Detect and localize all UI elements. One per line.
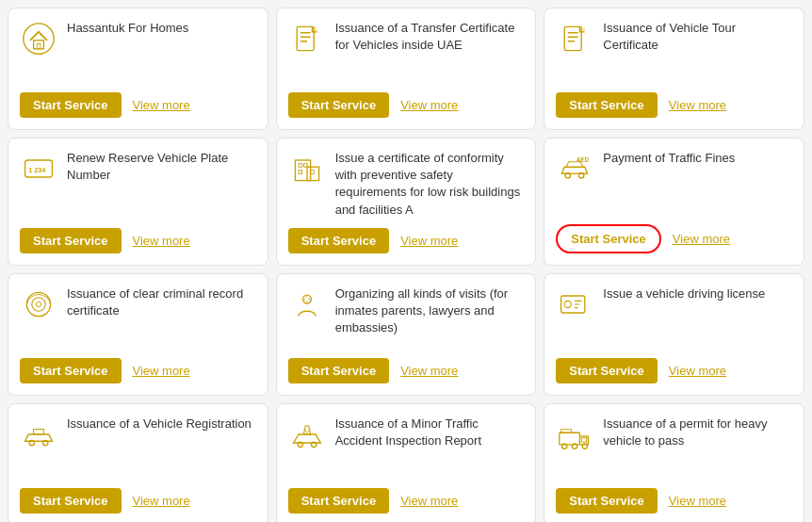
- view-more-link-minor-traffic[interactable]: View more: [400, 494, 458, 508]
- view-more-link-heavy-vehicle[interactable]: View more: [669, 494, 726, 508]
- card-header-conformity-cert: Issue a certificate of conformity with p…: [288, 150, 525, 219]
- svg-rect-27: [34, 429, 44, 433]
- view-more-link-hassantuk[interactable]: View more: [133, 98, 190, 112]
- card-title-driving-license: Issue a vehicle driving license: [603, 285, 765, 302]
- start-service-button-heavy-vehicle[interactable]: Start Service: [556, 488, 658, 514]
- card-footer-minor-traffic: Start Service View more: [288, 488, 525, 514]
- view-more-link-visits[interactable]: View more: [400, 364, 458, 378]
- card-icon-hassantuk: [20, 20, 57, 57]
- card-hassantuk: Hassantuk For Homes Start Service View m…: [8, 8, 268, 130]
- svg-point-20: [36, 302, 41, 306]
- start-service-button-vehicle-tour[interactable]: Start Service: [556, 92, 658, 118]
- card-icon-vehicle-tour: [556, 20, 593, 57]
- card-title-visits: Organizing all kinds of visits (for inma…: [335, 285, 525, 337]
- view-more-link-vehicle-tour[interactable]: View more: [669, 98, 726, 112]
- card-header-criminal-record: Issuance of clear criminal record certif…: [20, 285, 256, 349]
- card-icon-heavy-vehicle: [556, 416, 593, 453]
- start-service-button-driving-license[interactable]: Start Service: [556, 358, 658, 383]
- card-heavy-vehicle: Issuance of a permit for heavy vehicle t…: [544, 403, 804, 522]
- svg-rect-3: [297, 26, 314, 50]
- card-title-traffic-fines: Payment of Traffic Fines: [603, 150, 735, 167]
- card-icon-criminal-record: [20, 285, 57, 323]
- start-service-button-vehicle-reg[interactable]: Start Service: [20, 488, 122, 514]
- view-more-link-conformity-cert[interactable]: View more: [400, 234, 458, 248]
- card-header-driving-license: Issue a vehicle driving license: [556, 285, 792, 349]
- card-icon-conformity-cert: [288, 150, 326, 188]
- card-header-traffic-fines: AED Payment of Traffic Fines: [556, 150, 792, 215]
- start-service-button-minor-traffic[interactable]: Start Service: [288, 488, 390, 514]
- start-service-button-hassantuk[interactable]: Start Service: [20, 92, 122, 118]
- card-icon-vehicle-reg: [20, 416, 57, 453]
- svg-point-22: [304, 297, 309, 302]
- card-footer-driving-license: Start Service View more: [556, 358, 792, 383]
- card-driving-license: Issue a vehicle driving license Start Se…: [544, 273, 804, 396]
- card-conformity-cert: Issue a certificate of conformity with p…: [276, 138, 537, 266]
- card-icon-visits: [288, 285, 326, 323]
- card-icon-driving-license: [556, 285, 593, 323]
- card-icon-transfer-cert: [288, 20, 326, 57]
- view-more-link-driving-license[interactable]: View more: [669, 364, 726, 378]
- service-grid: Hassantuk For Homes Start Service View m…: [8, 8, 804, 522]
- start-service-button-transfer-cert[interactable]: Start Service: [288, 92, 390, 118]
- svg-rect-30: [560, 432, 580, 445]
- view-more-link-transfer-cert[interactable]: View more: [400, 98, 458, 112]
- svg-point-18: [26, 292, 50, 316]
- card-title-minor-traffic: Issuance of a Minor Traffic Accident Ins…: [335, 416, 525, 449]
- svg-rect-5: [565, 26, 582, 50]
- card-footer-hassantuk: Start Service View more: [20, 92, 256, 118]
- card-title-transfer-cert: Issuance of a Transfer Certificate for V…: [335, 20, 525, 54]
- svg-rect-11: [299, 164, 302, 168]
- card-footer-vehicle-tour: Start Service View more: [556, 92, 792, 118]
- svg-rect-6: [580, 26, 585, 31]
- card-criminal-record: Issuance of clear criminal record certif…: [8, 273, 268, 396]
- svg-rect-2: [37, 43, 41, 48]
- svg-point-24: [565, 301, 572, 307]
- svg-rect-31: [582, 437, 587, 442]
- card-icon-minor-traffic: [288, 416, 326, 453]
- card-transfer-cert: Issuance of a Transfer Certificate for V…: [276, 8, 537, 130]
- start-service-button-criminal-record[interactable]: Start Service: [20, 358, 122, 383]
- card-footer-vehicle-reg: Start Service View more: [20, 488, 256, 514]
- card-footer-visits: Start Service View more: [288, 358, 525, 383]
- start-service-button-traffic-fines[interactable]: Start Service: [556, 224, 661, 253]
- card-title-reserve-plate: Renew Reserve Vehicle Plate Number: [67, 150, 256, 184]
- svg-rect-9: [295, 160, 310, 181]
- card-header-minor-traffic: Issuance of a Minor Traffic Accident Ins…: [288, 416, 525, 479]
- card-title-hassantuk: Hassantuk For Homes: [67, 20, 188, 37]
- card-header-vehicle-reg: Issuance of a Vehicle Registration: [20, 416, 256, 479]
- view-more-link-criminal-record[interactable]: View more: [133, 364, 190, 378]
- card-footer-transfer-cert: Start Service View more: [288, 92, 525, 118]
- card-traffic-fines: AED Payment of Traffic Fines Start Servi…: [544, 138, 804, 266]
- card-icon-traffic-fines: AED: [556, 150, 593, 188]
- card-header-hassantuk: Hassantuk For Homes: [20, 20, 256, 83]
- card-footer-conformity-cert: Start Service View more: [288, 228, 525, 253]
- svg-point-19: [32, 298, 45, 311]
- card-vehicle-tour: Issuance of Vehicle Tour Certificate Sta…: [544, 8, 804, 130]
- view-more-link-reserve-plate[interactable]: View more: [133, 234, 190, 248]
- card-vehicle-reg: Issuance of a Vehicle Registration Start…: [8, 403, 268, 522]
- card-footer-criminal-record: Start Service View more: [20, 358, 256, 383]
- card-header-transfer-cert: Issuance of a Transfer Certificate for V…: [288, 20, 525, 83]
- card-icon-reserve-plate: 1 234: [20, 150, 57, 188]
- start-service-button-reserve-plate[interactable]: Start Service: [20, 228, 122, 253]
- card-title-criminal-record: Issuance of clear criminal record certif…: [67, 285, 256, 319]
- start-service-button-conformity-cert[interactable]: Start Service: [288, 228, 390, 253]
- card-reserve-plate: 1 234 Renew Reserve Vehicle Plate Number…: [8, 138, 268, 266]
- card-header-vehicle-tour: Issuance of Vehicle Tour Certificate: [556, 20, 792, 83]
- svg-rect-4: [312, 26, 317, 31]
- card-footer-traffic-fines: Start Service View more: [556, 224, 792, 253]
- svg-rect-13: [299, 171, 302, 174]
- card-title-vehicle-tour: Issuance of Vehicle Tour Certificate: [603, 20, 792, 54]
- card-header-heavy-vehicle: Issuance of a permit for heavy vehicle t…: [556, 416, 792, 479]
- view-more-link-vehicle-reg[interactable]: View more: [133, 494, 190, 508]
- card-visits: Organizing all kinds of visits (for inma…: [276, 273, 537, 396]
- svg-text:1 234: 1 234: [28, 166, 45, 174]
- card-header-visits: Organizing all kinds of visits (for inma…: [288, 285, 525, 349]
- card-header-reserve-plate: 1 234 Renew Reserve Vehicle Plate Number: [20, 150, 256, 219]
- card-footer-reserve-plate: Start Service View more: [20, 228, 256, 253]
- start-service-button-visits[interactable]: Start Service: [288, 358, 390, 383]
- view-more-link-traffic-fines[interactable]: View more: [673, 232, 730, 246]
- card-title-heavy-vehicle: Issuance of a permit for heavy vehicle t…: [603, 416, 792, 449]
- svg-rect-1: [34, 41, 44, 49]
- card-footer-heavy-vehicle: Start Service View more: [556, 488, 792, 514]
